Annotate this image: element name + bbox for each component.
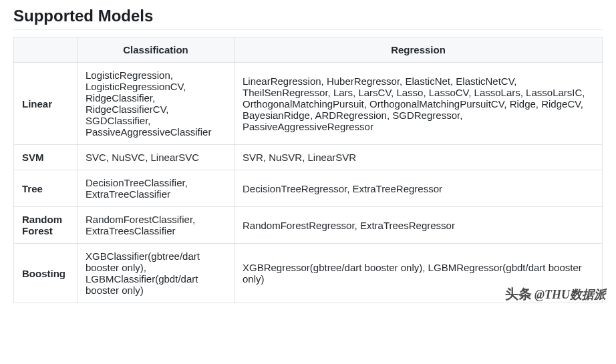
watermark-text: @THU数据派 [534,287,606,303]
row-classification: SVC, NuSVC, LinearSVC [78,145,235,170]
row-classification: XGBClassifier(gbtree/dart booster only),… [78,244,235,303]
header-regression: Regression [235,37,603,63]
row-category: Boosting [14,244,78,303]
row-classification: LogisticRegression, LogisticRegressionCV… [78,63,235,145]
row-classification: RandomForestClassifier, ExtraTreesClassi… [78,207,235,244]
header-classification: Classification [78,37,235,63]
row-category: Linear [14,63,78,145]
row-regression: RandomForestRegressor, ExtraTreesRegress… [235,207,603,244]
row-regression: LinearRegression, HuberRegressor, Elasti… [235,63,603,145]
page-title: Supported Models [13,7,603,30]
row-regression: DecisionTreeRegressor, ExtraTreeRegresso… [235,170,603,207]
row-regression: SVR, NuSVR, LinearSVR [235,145,603,170]
header-empty [14,37,78,63]
watermark: 头条 @THU数据派 [505,285,606,303]
watermark-icon: 头条 [505,285,532,303]
table-row: Random Forest RandomForestClassifier, Ex… [14,207,603,244]
table-header-row: Classification Regression [14,37,603,63]
row-category: SVM [14,145,78,170]
table-row: Tree DecisionTreeClassifier, ExtraTreeCl… [14,170,603,207]
row-category: Random Forest [14,207,78,244]
supported-models-table: Classification Regression Linear Logisti… [13,37,603,303]
table-row: SVM SVC, NuSVC, LinearSVC SVR, NuSVR, Li… [14,145,603,170]
table-row: Linear LogisticRegression, LogisticRegre… [14,63,603,145]
row-category: Tree [14,170,78,207]
row-classification: DecisionTreeClassifier, ExtraTreeClassif… [78,170,235,207]
